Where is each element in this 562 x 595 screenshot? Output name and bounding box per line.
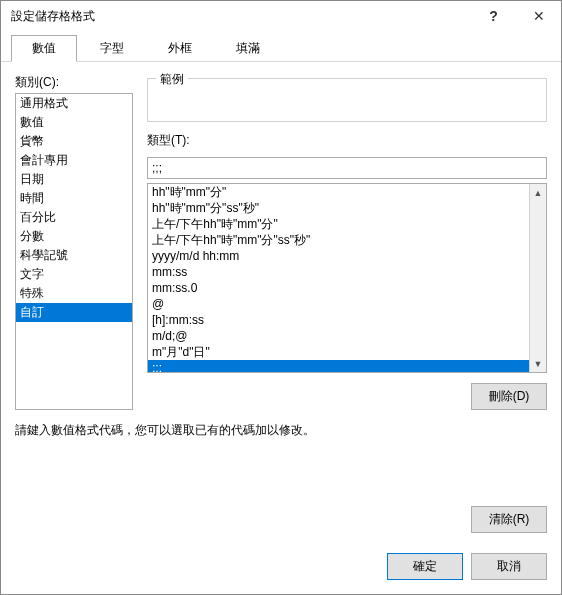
category-item[interactable]: 科學記號 xyxy=(16,246,132,265)
type-list[interactable]: hh"時"mm"分"hh"時"mm"分"ss"秒"上午/下午hh"時"mm"分"… xyxy=(147,183,547,373)
clear-button[interactable]: 清除(R) xyxy=(471,506,547,533)
type-item[interactable]: 上午/下午hh"時"mm"分"ss"秒" xyxy=(148,232,529,248)
type-item[interactable]: hh"時"mm"分"ss"秒" xyxy=(148,200,529,216)
type-item[interactable]: yyyy/m/d hh:mm xyxy=(148,248,529,264)
category-item[interactable]: 文字 xyxy=(16,265,132,284)
category-item[interactable]: 數值 xyxy=(16,113,132,132)
type-input[interactable] xyxy=(147,157,547,179)
scroll-down-icon[interactable]: ▼ xyxy=(530,355,546,372)
category-item[interactable]: 自訂 xyxy=(16,303,132,322)
category-item[interactable]: 特殊 xyxy=(16,284,132,303)
dialog-window: 設定儲存格格式 ? ✕ 數值字型外框填滿 類別(C): 通用格式數值貨幣會計專用… xyxy=(0,0,562,595)
tab-外框[interactable]: 外框 xyxy=(147,35,213,61)
type-item[interactable]: m"月"d"日" xyxy=(148,344,529,360)
titlebar: 設定儲存格格式 ? ✕ xyxy=(1,1,561,31)
tab-填滿[interactable]: 填滿 xyxy=(215,35,281,61)
category-item[interactable]: 時間 xyxy=(16,189,132,208)
example-box: 範例 xyxy=(147,78,547,122)
footer: 確定 取消 xyxy=(1,543,561,594)
category-item[interactable]: 分數 xyxy=(16,227,132,246)
type-item[interactable]: mm:ss.0 xyxy=(148,280,529,296)
category-item[interactable]: 通用格式 xyxy=(16,94,132,113)
category-list[interactable]: 通用格式數值貨幣會計專用日期時間百分比分數科學記號文字特殊自訂 xyxy=(15,93,133,410)
hint-text: 請鍵入數值格式代碼，您可以選取已有的代碼加以修改。 xyxy=(15,422,547,439)
type-label: 類型(T): xyxy=(147,132,547,149)
category-label: 類別(C): xyxy=(15,74,133,91)
ok-button[interactable]: 確定 xyxy=(387,553,463,580)
example-label: 範例 xyxy=(156,71,188,88)
close-button[interactable]: ✕ xyxy=(516,1,561,31)
type-item[interactable]: 上午/下午hh"時"mm"分" xyxy=(148,216,529,232)
type-item[interactable]: ;;; xyxy=(148,360,529,372)
category-item[interactable]: 日期 xyxy=(16,170,132,189)
type-item[interactable]: m/d;@ xyxy=(148,328,529,344)
scroll-up-icon[interactable]: ▲ xyxy=(530,184,546,201)
type-item[interactable]: @ xyxy=(148,296,529,312)
type-item[interactable]: [h]:mm:ss xyxy=(148,312,529,328)
help-button[interactable]: ? xyxy=(471,1,516,31)
scrollbar[interactable]: ▲ ▼ xyxy=(529,184,546,372)
category-item[interactable]: 貨幣 xyxy=(16,132,132,151)
tabs: 數值字型外框填滿 xyxy=(1,31,561,62)
tab-字型[interactable]: 字型 xyxy=(79,35,145,61)
type-item[interactable]: hh"時"mm"分" xyxy=(148,184,529,200)
delete-button[interactable]: 刪除(D) xyxy=(471,383,547,410)
window-title: 設定儲存格格式 xyxy=(11,8,471,25)
example-value xyxy=(148,79,546,91)
cancel-button[interactable]: 取消 xyxy=(471,553,547,580)
category-item[interactable]: 會計專用 xyxy=(16,151,132,170)
type-item[interactable]: mm:ss xyxy=(148,264,529,280)
tab-數值[interactable]: 數值 xyxy=(11,35,77,62)
category-item[interactable]: 百分比 xyxy=(16,208,132,227)
